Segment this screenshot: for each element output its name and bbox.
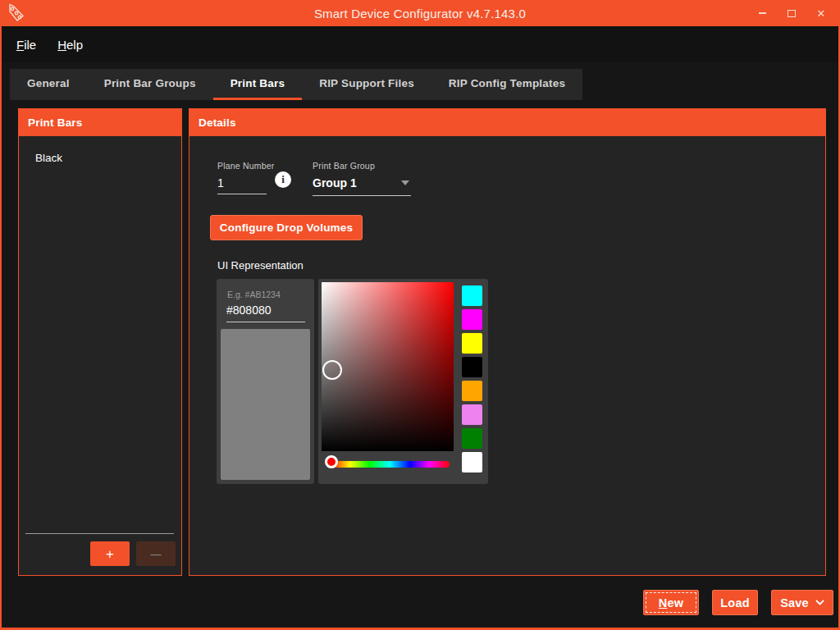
list-item-black[interactable]: Black bbox=[19, 136, 181, 164]
saturation-cursor[interactable] bbox=[322, 360, 342, 380]
new-button-label: New bbox=[659, 596, 683, 609]
new-button[interactable]: New bbox=[643, 590, 699, 615]
info-icon[interactable]: i bbox=[275, 171, 291, 188]
preset-swatch-white[interactable] bbox=[462, 452, 482, 472]
title-bar: Smart Device Configurator v4.7.143.0 ✕ bbox=[0, 0, 840, 26]
preset-swatch-orange[interactable] bbox=[462, 381, 482, 401]
color-picker-panel bbox=[318, 279, 488, 484]
close-button[interactable]: ✕ bbox=[809, 2, 833, 25]
remove-print-bar-button[interactable]: — bbox=[136, 541, 176, 566]
preset-swatch-black[interactable] bbox=[462, 357, 482, 377]
save-button[interactable]: Save bbox=[771, 590, 833, 615]
current-color-swatch bbox=[221, 329, 310, 480]
hue-slider-thumb[interactable] bbox=[325, 455, 338, 468]
chevron-down-icon bbox=[815, 600, 824, 605]
print-bar-group-field: Print Bar Group Group 1 bbox=[313, 161, 411, 196]
tab-print-bar-groups[interactable]: Print Bar Groups bbox=[87, 69, 213, 100]
hex-color-panel: E.g. #AB1234 bbox=[217, 279, 314, 484]
load-button[interactable]: Load bbox=[712, 590, 758, 615]
window-title: Smart Device Configurator v4.7.143.0 bbox=[0, 7, 840, 21]
menu-help[interactable]: Help bbox=[51, 34, 89, 55]
preset-swatch-cyan[interactable] bbox=[462, 285, 482, 306]
preset-swatch-green[interactable] bbox=[462, 428, 482, 449]
print-bar-group-value: Group 1 bbox=[313, 176, 357, 189]
tab-rip-config-templates[interactable]: RIP Config Templates bbox=[431, 69, 582, 100]
ui-representation-label: UI Representation bbox=[217, 259, 304, 272]
window-controls: ✕ bbox=[750, 0, 833, 26]
saturation-value-area[interactable] bbox=[322, 282, 454, 451]
details-panel: Details Plane Number i Print Bar Group G… bbox=[189, 108, 826, 576]
configure-drop-volumes-button[interactable]: Configure Drop Volumes bbox=[210, 215, 363, 240]
plane-number-input[interactable] bbox=[217, 175, 267, 194]
app-window: Smart Device Configurator v4.7.143.0 ✕ F… bbox=[0, 0, 840, 630]
print-bar-group-dropdown[interactable]: Group 1 bbox=[313, 175, 411, 196]
preset-swatch-yellow[interactable] bbox=[462, 333, 482, 354]
hex-color-input[interactable] bbox=[226, 302, 305, 322]
tab-rip-support-files[interactable]: RIP Support Files bbox=[302, 69, 431, 100]
maximize-button[interactable] bbox=[779, 2, 804, 25]
minimize-button[interactable] bbox=[750, 2, 774, 25]
plane-number-field: Plane Number bbox=[217, 161, 275, 194]
plane-number-label: Plane Number bbox=[217, 161, 275, 171]
menu-file[interactable]: File bbox=[10, 34, 43, 55]
print-bar-group-label: Print Bar Group bbox=[313, 161, 411, 171]
menu-bar: File Help bbox=[2, 26, 838, 62]
print-bars-panel: Print Bars Black + — bbox=[18, 108, 182, 576]
preset-swatch-violet[interactable] bbox=[462, 404, 482, 425]
hue-slider[interactable] bbox=[330, 461, 450, 468]
hex-example-label: E.g. #AB1234 bbox=[227, 290, 281, 299]
list-divider bbox=[25, 533, 174, 534]
dropdown-arrow-icon bbox=[401, 180, 409, 185]
details-panel-header: Details bbox=[189, 109, 825, 136]
save-button-label: Save bbox=[780, 596, 809, 609]
tab-general[interactable]: General bbox=[10, 69, 87, 100]
print-bars-panel-header: Print Bars bbox=[19, 109, 181, 136]
tab-print-bars[interactable]: Print Bars bbox=[213, 69, 303, 100]
load-button-label: Load bbox=[720, 596, 749, 609]
add-print-bar-button[interactable]: + bbox=[90, 541, 130, 566]
tab-bar: General Print Bar Groups Print Bars RIP … bbox=[10, 69, 582, 100]
preset-swatch-magenta[interactable] bbox=[462, 309, 482, 330]
preset-colors bbox=[462, 285, 482, 472]
